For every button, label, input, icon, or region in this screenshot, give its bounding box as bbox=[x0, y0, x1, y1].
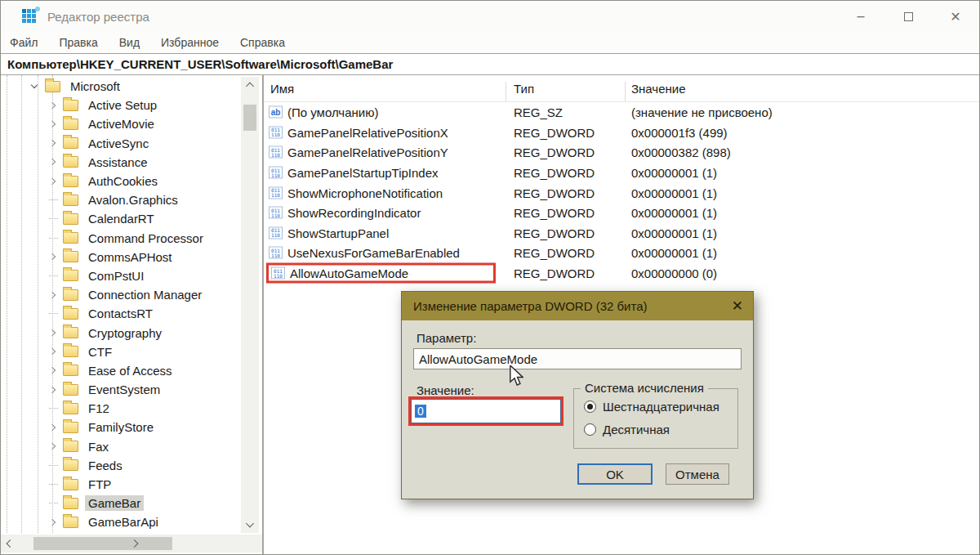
chevron-right-icon[interactable] bbox=[49, 159, 56, 165]
tree-horizontal-scrollbar[interactable] bbox=[1, 535, 262, 553]
scroll-up-icon[interactable] bbox=[246, 83, 254, 91]
chevron-right-icon[interactable] bbox=[49, 140, 56, 146]
tree-item-label: Command Processor bbox=[85, 231, 207, 246]
chevron-right-icon[interactable] bbox=[49, 177, 56, 184]
chevron-right-icon[interactable] bbox=[49, 253, 56, 260]
value-name-cell[interactable]: 011110AllowAutoGameMode bbox=[266, 263, 496, 284]
value-name-cell[interactable]: 011110ShowRecordingIndicator bbox=[269, 206, 421, 220]
radio-decimal[interactable]: Десятичная bbox=[584, 423, 670, 436]
column-header-name[interactable]: Имя bbox=[270, 82, 294, 96]
value-row[interactable]: ab(По умолчанию)REG_SZ(значение не присв… bbox=[264, 102, 979, 123]
tree-item-commsaphost[interactable]: CommsAPHost bbox=[1, 248, 243, 266]
tree-item-contactsrt[interactable]: ContactsRT bbox=[1, 304, 243, 323]
tree-item-gamebar[interactable]: GameBar bbox=[1, 494, 243, 512]
dialog-close-button[interactable]: ✕ bbox=[732, 298, 743, 315]
chevron-right-icon[interactable] bbox=[49, 519, 56, 526]
ok-button[interactable]: OK bbox=[577, 463, 653, 485]
value-row[interactable]: 011110GamePanelRelativePositionYREG_DWOR… bbox=[264, 142, 979, 163]
scroll-left-icon[interactable] bbox=[7, 539, 15, 548]
value-name-cell[interactable]: 011110ShowStartupPanel bbox=[269, 226, 389, 239]
chevron-right-icon[interactable] bbox=[49, 386, 56, 392]
tree-item-assistance[interactable]: Assistance bbox=[1, 153, 243, 172]
tree-item-cryptography[interactable]: Cryptography bbox=[1, 323, 243, 342]
value-row[interactable]: 011110UseNexusForGameBarEnabledREG_DWORD… bbox=[264, 243, 979, 263]
tree-item-ease-of-access[interactable]: Ease of Access bbox=[1, 361, 243, 380]
chevron-right-icon[interactable] bbox=[49, 348, 56, 355]
param-name-input[interactable] bbox=[413, 348, 742, 369]
tree-item-feeds[interactable]: Feeds bbox=[1, 456, 243, 475]
value-row[interactable]: 011110AllowAutoGameModeREG_DWORD0x000000… bbox=[264, 263, 979, 284]
value-name-cell[interactable]: 011110UseNexusForGameBarEnabled bbox=[269, 246, 460, 260]
menu-help[interactable]: Справка bbox=[229, 36, 296, 49]
tree-item-label: Avalon.Graphics bbox=[85, 192, 181, 208]
column-header-type[interactable]: Тип bbox=[514, 82, 534, 96]
cancel-button[interactable]: Отмена bbox=[666, 463, 729, 485]
chevron-right-icon[interactable] bbox=[49, 443, 56, 450]
tree-item-command-processor[interactable]: Command Processor bbox=[1, 229, 243, 248]
chevron-right-icon[interactable] bbox=[49, 367, 56, 374]
tree-item-gamebarapi[interactable]: GameBarApi bbox=[1, 512, 243, 531]
tree-item-microsoft[interactable]: Microsoft bbox=[1, 77, 243, 96]
column-separator[interactable] bbox=[506, 82, 506, 101]
tree-item-authcookies[interactable]: AuthCookies bbox=[1, 172, 243, 190]
tree-item-label: AuthCookies bbox=[85, 173, 161, 189]
tree-item-avalon-graphics[interactable]: Avalon.Graphics bbox=[1, 190, 243, 209]
tree-item-calendarrt[interactable]: CalendarRT bbox=[1, 209, 243, 228]
value-row[interactable]: 011110ShowStartupPanelREG_DWORD0x0000000… bbox=[264, 223, 979, 244]
chevron-right-icon[interactable] bbox=[49, 121, 56, 128]
radio-unselected-icon[interactable] bbox=[584, 423, 596, 436]
value-name-cell[interactable]: 011110ShowMicrophoneNotification bbox=[269, 186, 443, 199]
tree-item-ctf[interactable]: CTF bbox=[1, 342, 243, 361]
value-name-cell[interactable]: 011110GamePanelRelativePositionY bbox=[269, 145, 448, 159]
value-row[interactable]: 011110GamePanelRelativePositionXREG_DWOR… bbox=[264, 123, 979, 143]
menu-view[interactable]: Вид bbox=[109, 36, 150, 49]
value-type: REG_DWORD bbox=[514, 186, 595, 199]
chevron-right-icon[interactable] bbox=[49, 102, 56, 109]
tree-item-compstui[interactable]: ComPstUI bbox=[1, 266, 243, 285]
folder-icon bbox=[63, 137, 78, 149]
minimize-button[interactable]: – bbox=[837, 1, 884, 32]
radio-hexadecimal[interactable]: Шестнадцатеричная bbox=[584, 400, 719, 414]
column-separator[interactable] bbox=[625, 82, 626, 101]
column-header-value[interactable]: Значение bbox=[631, 82, 686, 96]
chevron-down-icon[interactable] bbox=[31, 82, 38, 88]
chevron-right-icon[interactable] bbox=[49, 291, 56, 298]
value-name-cell[interactable]: ab(По умолчанию) bbox=[269, 105, 378, 119]
tree-item-f12[interactable]: F12 bbox=[1, 399, 243, 418]
value-data: 0x00000001 (1) bbox=[631, 226, 717, 239]
value-input[interactable]: 0 bbox=[411, 399, 561, 423]
tree-item-activemovie[interactable]: ActiveMovie bbox=[1, 114, 243, 133]
value-row[interactable]: 011110ShowMicrophoneNotificationREG_DWOR… bbox=[264, 182, 979, 203]
tree-item-fax[interactable]: Fax bbox=[1, 437, 243, 456]
tree-item-familystore[interactable]: FamilyStore bbox=[1, 418, 243, 436]
address-input[interactable] bbox=[1, 54, 979, 74]
radio-selected-icon[interactable] bbox=[584, 401, 596, 413]
tree-item-eventsystem[interactable]: EventSystem bbox=[1, 380, 243, 399]
value-type: REG_DWORD bbox=[514, 166, 595, 180]
menu-favorites[interactable]: Избранное bbox=[150, 36, 229, 49]
menu-edit[interactable]: Правка bbox=[48, 36, 108, 49]
vertical-scroll-thumb[interactable] bbox=[243, 105, 256, 131]
value-row[interactable]: 011110ShowRecordingIndicatorREG_DWORD0x0… bbox=[264, 203, 979, 223]
scroll-down-icon[interactable] bbox=[246, 520, 254, 528]
tree-item-active-setup[interactable]: Active Setup bbox=[1, 96, 243, 114]
value-data: 0x00000001 (1) bbox=[631, 206, 717, 220]
close-button[interactable]: ✕ bbox=[932, 1, 979, 32]
folder-icon bbox=[63, 195, 78, 206]
value-name-cell[interactable]: 011110GamePanelRelativePositionX bbox=[269, 125, 448, 139]
dword-value-icon: 011110 bbox=[269, 207, 283, 219]
chevron-right-icon[interactable] bbox=[49, 329, 56, 336]
maximize-button[interactable] bbox=[884, 1, 932, 32]
value-row[interactable]: 011110GamePanelStartupTipIndexREG_DWORD0… bbox=[264, 163, 979, 183]
tree-item-ftp[interactable]: FTP bbox=[1, 475, 243, 494]
chevron-right-icon[interactable] bbox=[49, 424, 56, 431]
menu-bar: Файл Правка Вид Избранное Справка bbox=[1, 32, 979, 53]
tree-item-connection-manager[interactable]: Connection Manager bbox=[1, 285, 243, 304]
menu-file[interactable]: Файл bbox=[1, 36, 48, 49]
tree-item-activesync[interactable]: ActiveSync bbox=[1, 134, 243, 153]
tree-item-label: FTP bbox=[85, 477, 114, 492]
tree-vertical-scrollbar[interactable] bbox=[241, 77, 259, 533]
edit-dword-dialog: Изменение параметра DWORD (32 бита) ✕ Па… bbox=[401, 291, 754, 499]
value-name-cell[interactable]: 011110GamePanelStartupTipIndex bbox=[269, 166, 439, 180]
horizontal-scroll-thumb[interactable] bbox=[33, 537, 172, 550]
